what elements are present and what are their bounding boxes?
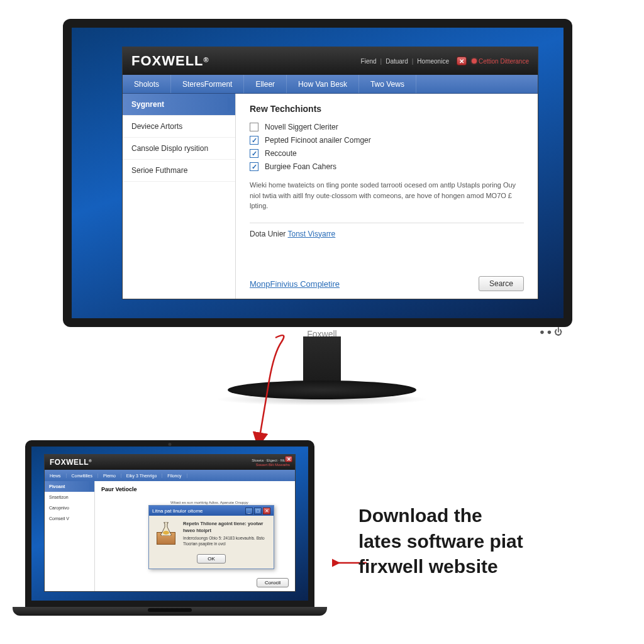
nav-item[interactable]: Hews bbox=[45, 474, 67, 478]
laptop-titlebar-right: Skaeta · Etgect · Mode Swoert Bilt Mowat… bbox=[252, 458, 290, 467]
sidebar-item[interactable]: Comseil V bbox=[45, 513, 94, 524]
search-button[interactable]: Searce bbox=[479, 276, 524, 291]
app-logo-text: FOXWELL bbox=[131, 53, 204, 69]
laptop-frame: ✕ FOXWELL® Skaeta · Etgect · Mode Swoert… bbox=[13, 440, 327, 635]
laptop-nav: Hews Conwitilies Piemo Eiky 3 Thenrigo F… bbox=[45, 470, 295, 481]
monitor-frame: FOXWELL® Fiend | Datuard | Homeonice ✕ C… bbox=[63, 19, 572, 327]
registered-mark: ® bbox=[204, 56, 209, 64]
description-text: Wieki home twateicts on tling ponte sode… bbox=[250, 180, 520, 211]
laptop-content: Paur Vetiocle Witact es sun morittrig Ad… bbox=[95, 481, 295, 591]
nav-item[interactable]: Elleer bbox=[244, 75, 287, 93]
sidebar-item[interactable]: Serioe Futhmare bbox=[123, 160, 235, 182]
nav-item[interactable]: Conwitilies bbox=[67, 474, 98, 478]
bottom-link[interactable]: MonpFinivius Completire bbox=[250, 279, 340, 289]
content-heading: Rew Techchionts bbox=[250, 104, 524, 114]
monitor-neck bbox=[303, 336, 341, 387]
bottom-bar: MonpFinivius Completire Searce bbox=[250, 276, 524, 291]
titlebar-link[interactable]: Fiend bbox=[361, 58, 377, 65]
close-icon[interactable]: ✕ bbox=[457, 57, 467, 65]
checkbox-checked-icon[interactable] bbox=[250, 149, 258, 158]
sidebar-item-active[interactable]: Sygnrent bbox=[123, 94, 235, 116]
checkbox-checked-icon[interactable] bbox=[250, 136, 258, 145]
nav-item[interactable]: SteresForment bbox=[171, 75, 244, 93]
app-nav: Sholots SteresForment Elleer How Van Bes… bbox=[123, 75, 538, 94]
app-body: Sygnrent Deviece Artorts Cansole Displo … bbox=[123, 94, 538, 299]
sidebar-item[interactable]: Deviece Artorts bbox=[123, 116, 235, 138]
dialog-title: Litna pat linulor oitome bbox=[152, 508, 203, 514]
titlebar-link[interactable]: Homeonice bbox=[417, 58, 449, 65]
cancel-button[interactable]: Corocil bbox=[257, 578, 289, 587]
nav-item[interactable]: Filoncy bbox=[162, 474, 187, 478]
dialog-body: Repetn Thilone agoint tiene: yootwr hweo… bbox=[149, 516, 274, 552]
dialog-text: Repetn Thilone agoint tiene: yootwr hweo… bbox=[183, 521, 269, 547]
nav-item[interactable]: Piemo bbox=[98, 474, 121, 478]
app-logo: FOXWELL® bbox=[131, 53, 209, 69]
dialog-heading: Repetn Thilone agoint tiene: yootwr hweo… bbox=[183, 521, 269, 534]
laptop-screen-frame: ✕ FOXWELL® Skaeta · Etgect · Mode Swoert… bbox=[25, 440, 314, 607]
sidebar-item[interactable]: Snsetizon bbox=[45, 492, 94, 502]
status-line: Cettion Ditterance bbox=[472, 58, 529, 65]
app-window: FOXWELL® Fiend | Datuard | Homeonice ✕ C… bbox=[122, 47, 538, 299]
laptop-app-logo: FOXWELL® bbox=[50, 458, 92, 467]
nav-item[interactable]: How Van Besk bbox=[287, 75, 359, 93]
laptop-hinge bbox=[13, 607, 327, 616]
minimize-icon[interactable]: _ bbox=[245, 508, 253, 514]
monitor-controls-icon: ● ● ⏻ bbox=[540, 327, 562, 336]
checkbox-row[interactable]: Burgiee Foan Cahers bbox=[250, 162, 524, 171]
dialog-titlebar: Litna pat linulor oitome _ □ ✕ bbox=[149, 506, 274, 516]
close-icon[interactable]: ✕ bbox=[285, 456, 292, 462]
monitor-desktop: FOXWELL® Fiend | Datuard | Homeonice ✕ C… bbox=[72, 28, 564, 318]
checkbox-row[interactable]: Novell Siggert Cleriter bbox=[250, 123, 524, 131]
installer-icon bbox=[154, 521, 178, 545]
svg-point-0 bbox=[163, 531, 169, 535]
caption-text: Download the lates software piat firxwel… bbox=[358, 503, 623, 580]
installer-dialog: Litna pat linulor oitome _ □ ✕ bbox=[148, 505, 274, 569]
ok-button[interactable]: OK bbox=[197, 554, 226, 564]
titlebar-right: Fiend | Datuard | Homeonice ✕ Cettion Di… bbox=[361, 57, 529, 65]
checkbox-row[interactable]: Pepted Ficinoot anailer Comger bbox=[250, 136, 524, 145]
checkbox-row[interactable]: Reccoute bbox=[250, 149, 524, 158]
titlebar-link[interactable]: Datuard bbox=[386, 58, 408, 65]
laptop-app-window: ✕ FOXWELL® Skaeta · Etgect · Mode Swoert… bbox=[44, 454, 296, 592]
dialog-buttons: OK bbox=[149, 552, 274, 569]
laptop-status: Swoert Bilt Mowaths bbox=[256, 463, 290, 467]
nav-item[interactable]: Sholots bbox=[123, 75, 171, 93]
nav-item[interactable]: Two Vews bbox=[359, 75, 416, 93]
laptop-desktop: ✕ FOXWELL® Skaeta · Etgect · Mode Swoert… bbox=[31, 447, 308, 601]
dialog-controls: _ □ ✕ bbox=[245, 508, 270, 514]
nav-item[interactable]: Eiky 3 Thenrigo bbox=[121, 474, 163, 478]
laptop-body: Pivoant Snsetizon Caropnivo Comseil V Pa… bbox=[45, 481, 295, 591]
app-titlebar: FOXWELL® Fiend | Datuard | Homeonice ✕ C… bbox=[123, 47, 538, 75]
sidebar-item[interactable]: Cansole Displo rysition bbox=[123, 138, 235, 160]
sidebar-item-active[interactable]: Pivoant bbox=[45, 481, 94, 492]
laptop-content-heading: Paur Vetiocle bbox=[101, 486, 289, 492]
maximize-icon[interactable]: □ bbox=[254, 508, 262, 514]
data-link[interactable]: Tonst Visyarre bbox=[287, 230, 335, 238]
divider bbox=[250, 223, 524, 223]
checkbox-checked-icon[interactable] bbox=[250, 162, 258, 171]
status-dot-icon bbox=[472, 58, 477, 64]
webcam-icon bbox=[169, 443, 172, 446]
sidebar-item[interactable]: Caropnivo bbox=[45, 502, 94, 513]
laptop-sidebar: Pivoant Snsetizon Caropnivo Comseil V bbox=[45, 481, 95, 591]
data-row: Dota Unier Tonst Visyarre bbox=[250, 230, 524, 238]
arrow-down-icon bbox=[244, 330, 307, 450]
sidebar: Sygnrent Deviece Artorts Cansole Displo … bbox=[123, 94, 236, 299]
close-icon[interactable]: ✕ bbox=[263, 508, 270, 514]
laptop-titlebar: FOXWELL® Skaeta · Etgect · Mode Swoert B… bbox=[45, 455, 295, 470]
checkbox-icon[interactable] bbox=[250, 123, 258, 131]
content-pane: Rew Techchionts Novell Siggert Cleriter … bbox=[236, 94, 538, 299]
